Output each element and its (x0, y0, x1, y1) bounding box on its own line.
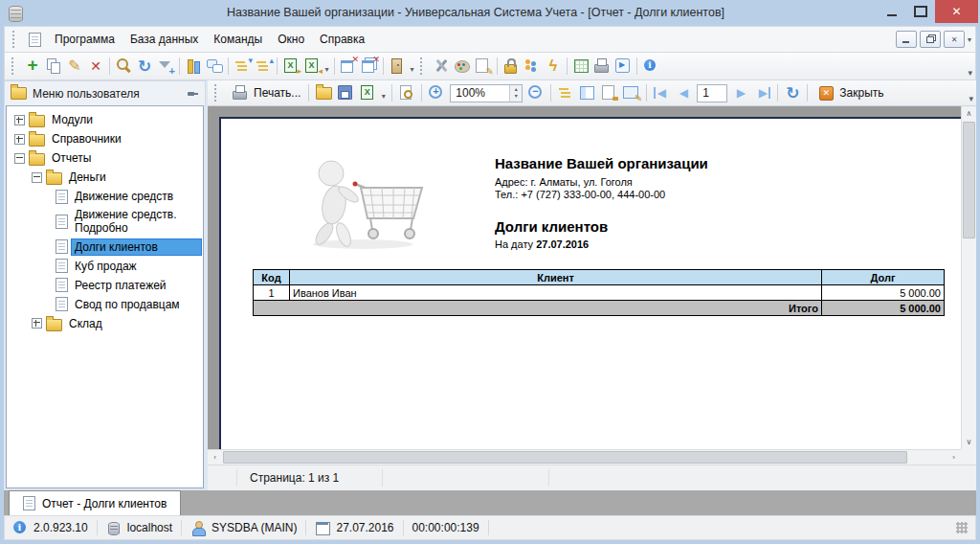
horizontal-scroll-thumb[interactable] (223, 451, 907, 464)
power-icon[interactable] (543, 56, 564, 77)
export-excel-button[interactable] (357, 82, 378, 103)
zoom-out-button[interactable] (525, 82, 546, 103)
mdi-menu-caret[interactable]: ▾ (968, 35, 971, 44)
copy-icon[interactable] (43, 56, 64, 77)
menu-item[interactable]: База данных (122, 29, 206, 50)
printer-icon[interactable] (591, 56, 612, 77)
excel-export-icon[interactable] (280, 56, 301, 77)
minus-icon[interactable] (32, 172, 42, 183)
doc-icon[interactable] (56, 297, 68, 311)
tree-item[interactable]: Движение средств. Подробно (7, 206, 203, 238)
add-icon[interactable] (22, 56, 43, 77)
users-icon[interactable] (522, 56, 543, 77)
exit-icon[interactable] (387, 56, 408, 77)
minus-icon[interactable] (14, 153, 25, 164)
doc-icon[interactable] (56, 215, 68, 229)
resize-grip[interactable] (956, 522, 968, 533)
edit-icon[interactable] (64, 56, 85, 77)
close-report-button[interactable]: Закрыть (812, 81, 887, 104)
minimize-button[interactable] (878, 0, 906, 23)
folder-icon[interactable] (29, 153, 45, 166)
report-tree-button[interactable] (555, 82, 576, 103)
close-window-icon[interactable] (338, 56, 359, 77)
lock-icon[interactable] (501, 56, 522, 77)
scroll-left-arrow[interactable]: ‹ (208, 450, 222, 465)
menu-item[interactable]: Справка (312, 29, 372, 50)
plus-icon[interactable] (32, 318, 42, 329)
report-toolbar-overflow-caret[interactable]: ▾ (969, 94, 973, 103)
vertical-scrollbar[interactable]: ∧ ∨ (961, 106, 976, 449)
prev-page-button[interactable] (673, 82, 694, 103)
form-editor-icon[interactable] (473, 56, 494, 77)
tree-item[interactable]: Отчеты (7, 148, 203, 168)
scroll-down-arrow[interactable]: ∨ (962, 435, 976, 449)
plus-icon[interactable] (14, 134, 25, 145)
scroll-up-arrow[interactable]: ∧ (962, 106, 976, 121)
tree-item[interactable]: Движение средств (7, 187, 203, 206)
zoom-in-button[interactable] (426, 82, 447, 103)
folder-icon[interactable] (46, 172, 62, 185)
delete-icon[interactable] (85, 56, 106, 77)
tree-item[interactable]: Справочники (7, 129, 203, 148)
excel-import-icon[interactable] (301, 56, 323, 77)
tree-item[interactable]: Куб продаж (7, 257, 203, 276)
next-page-button[interactable] (730, 82, 751, 103)
collapse-all-icon[interactable] (253, 56, 274, 77)
refresh-report-button[interactable] (782, 82, 803, 103)
report-toolbar-grip[interactable] (214, 84, 221, 102)
horizontal-scrollbar[interactable]: ‹ › (208, 449, 961, 465)
scroll-right-arrow[interactable]: › (947, 450, 961, 465)
info-icon[interactable] (640, 56, 661, 77)
doc-icon[interactable] (56, 259, 68, 273)
pin-icon[interactable] (187, 87, 199, 100)
edit-report-button[interactable] (621, 82, 642, 103)
tools-icon[interactable] (431, 56, 452, 77)
vertical-scroll-thumb[interactable] (963, 122, 975, 238)
doc-icon[interactable] (56, 278, 68, 292)
folder-icon[interactable] (29, 134, 45, 147)
expand-all-icon[interactable] (232, 56, 253, 77)
folder-icon[interactable] (29, 115, 45, 127)
tree-item[interactable]: Модули (7, 110, 203, 129)
menubar-grip[interactable] (12, 31, 19, 48)
plus-icon[interactable] (14, 115, 25, 125)
doc-icon[interactable] (56, 190, 68, 204)
filter-icon[interactable] (155, 56, 176, 77)
mdi-restore-button[interactable] (920, 31, 941, 48)
first-page-button[interactable] (651, 82, 672, 103)
folder-icon[interactable] (46, 319, 62, 331)
tree-item[interactable]: Долги клиентов (7, 238, 203, 257)
tree-item[interactable]: Свод по продавцам (7, 295, 203, 314)
play-icon[interactable] (612, 56, 634, 77)
palette-icon[interactable] (452, 56, 473, 77)
close-all-windows-icon[interactable] (359, 56, 380, 77)
mdi-minimize-button[interactable] (896, 31, 917, 48)
field-chooser-icon[interactable] (183, 56, 204, 77)
search-icon[interactable] (113, 56, 134, 77)
tab-report-debts[interactable]: Отчет - Долги клиентов (9, 490, 181, 515)
thumbnails-button[interactable] (577, 82, 598, 103)
tree-item[interactable]: Реестр платежей (7, 276, 203, 295)
refresh-icon[interactable] (134, 56, 155, 77)
grid-icon[interactable] (570, 56, 591, 77)
export-options-caret[interactable] (379, 82, 388, 103)
tree-item[interactable]: Склад (7, 314, 203, 333)
mdi-close-button[interactable]: ✕ (944, 31, 965, 48)
preview-button[interactable] (396, 82, 417, 103)
maximize-button[interactable] (906, 0, 935, 23)
open-button[interactable] (313, 82, 334, 103)
page-setup-button[interactable] (599, 82, 620, 103)
menu-item[interactable]: Окно (270, 29, 312, 50)
save-button[interactable] (335, 82, 356, 103)
comments-icon[interactable] (204, 56, 225, 77)
toolbar-overflow-caret[interactable]: ▾ (968, 68, 972, 78)
menu-item[interactable]: Программа (47, 29, 122, 50)
menu-item[interactable]: Команды (206, 29, 270, 50)
doc-icon[interactable] (56, 239, 68, 254)
tree-item[interactable]: Деньги (7, 168, 203, 187)
app-icon[interactable] (9, 6, 23, 22)
print-button[interactable]: Печать... (226, 81, 304, 104)
last-page-button[interactable] (752, 82, 773, 103)
zoom-combo[interactable]: 100% ▴▾ (450, 84, 523, 102)
page-number-input[interactable]: 1 (697, 84, 727, 102)
